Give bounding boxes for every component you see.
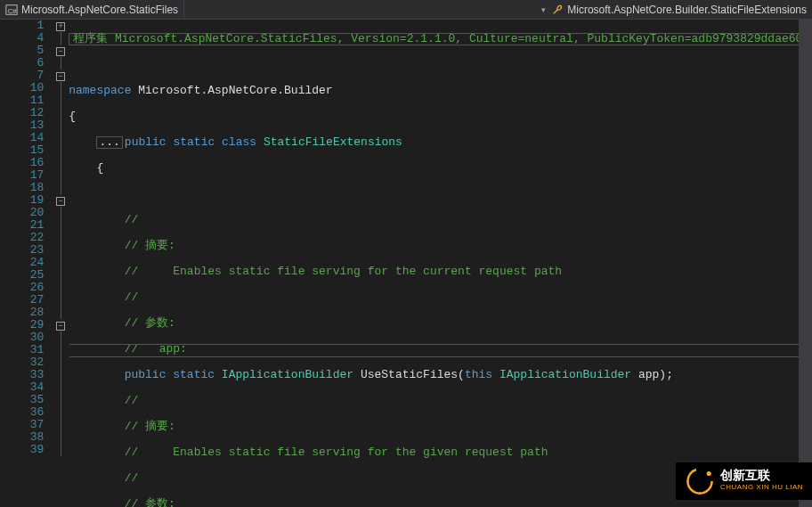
fold-marker[interactable]	[53, 394, 69, 406]
fold-marker[interactable]: −	[53, 70, 69, 82]
nav-member-label: Microsoft.AspNetCore.Builder.StaticFileE…	[567, 4, 807, 16]
fold-marker[interactable]	[53, 132, 69, 144]
fold-marker[interactable]	[53, 182, 69, 194]
fold-marker[interactable]: −	[53, 319, 69, 331]
line-number: 35	[0, 394, 44, 406]
fold-marker[interactable]	[53, 294, 69, 307]
csharp-file-icon: C#	[5, 4, 18, 16]
fold-marker[interactable]	[53, 406, 69, 419]
line-number: 11	[0, 94, 44, 107]
line-number: 4	[0, 32, 44, 45]
line-number: 33	[0, 369, 44, 381]
fold-marker[interactable]	[53, 307, 69, 319]
fold-marker[interactable]	[53, 331, 69, 344]
fold-marker[interactable]	[53, 444, 69, 456]
line-number: 7	[0, 70, 44, 82]
nav-member[interactable]: Microsoft.AspNetCore.Builder.StaticFileE…	[546, 0, 812, 19]
fold-marker[interactable]	[53, 269, 69, 282]
line-number: 39	[0, 444, 44, 456]
code-editor[interactable]: 1456710111213141516171819202122232425262…	[0, 20, 812, 507]
fold-marker[interactable]	[53, 282, 69, 294]
fold-marker[interactable]	[53, 157, 69, 169]
code-content[interactable]: 程序集 Microsoft.AspNetCore.StaticFiles, Ve…	[69, 20, 812, 507]
fold-marker[interactable]	[53, 207, 69, 219]
fold-marker[interactable]	[53, 219, 69, 232]
line-number: 28	[0, 307, 44, 319]
watermark-sub: CHUANG XIN HU LIAN	[720, 481, 803, 494]
line-number: 21	[0, 219, 44, 232]
line-number: 15	[0, 144, 44, 157]
line-number: 5	[0, 45, 44, 57]
fold-marker[interactable]: −	[53, 194, 69, 207]
line-number: 18	[0, 182, 44, 194]
line-number: 16	[0, 157, 44, 169]
fold-marker[interactable]	[53, 57, 69, 70]
line-number: 17	[0, 169, 44, 182]
line-number: 6	[0, 57, 44, 70]
fold-marker[interactable]	[53, 144, 69, 157]
fold-marker[interactable]: −	[53, 45, 69, 57]
line-number: 1	[0, 20, 44, 32]
nav-scope-label: Microsoft.AspNetCore.StaticFiles	[21, 4, 178, 16]
vertical-scrollbar[interactable]	[799, 20, 812, 507]
line-number: 22	[0, 232, 44, 244]
line-number: 24	[0, 257, 44, 269]
fold-marker[interactable]	[53, 82, 69, 94]
fold-gutter[interactable]: +−−−−	[53, 20, 69, 507]
line-number: 13	[0, 119, 44, 132]
fold-marker[interactable]	[53, 257, 69, 269]
line-number-gutter: 1456710111213141516171819202122232425262…	[0, 20, 53, 507]
fold-marker[interactable]	[53, 169, 69, 182]
line-number: 37	[0, 419, 44, 431]
line-number: 23	[0, 244, 44, 257]
svg-point-3	[707, 471, 711, 476]
wrench-icon	[551, 4, 564, 16]
line-number: 26	[0, 282, 44, 294]
assembly-info: 程序集 Microsoft.AspNetCore.StaticFiles, Ve…	[69, 33, 807, 45]
line-number: 34	[0, 381, 44, 394]
watermark-brand: 创新互联	[720, 468, 770, 482]
fold-marker[interactable]	[53, 94, 69, 107]
line-number: 30	[0, 331, 44, 344]
nav-scope[interactable]: C# Microsoft.AspNetCore.StaticFiles	[0, 0, 184, 19]
fold-marker[interactable]	[53, 419, 69, 431]
line-number: 25	[0, 269, 44, 282]
line-number: 29	[0, 319, 44, 331]
fold-marker[interactable]	[53, 232, 69, 244]
fold-marker[interactable]	[53, 107, 69, 119]
line-number: 20	[0, 207, 44, 219]
line-number: 27	[0, 294, 44, 307]
line-number: 14	[0, 132, 44, 144]
watermark-logo-icon	[685, 466, 715, 496]
fold-marker[interactable]	[53, 356, 69, 369]
navigation-bar: C# Microsoft.AspNetCore.StaticFiles ▾ Mi…	[0, 0, 812, 20]
line-number: 19	[0, 194, 44, 207]
line-number: 31	[0, 344, 44, 356]
line-number: 32	[0, 356, 44, 369]
fold-marker[interactable]	[53, 119, 69, 132]
line-number: 10	[0, 82, 44, 94]
fold-marker[interactable]	[53, 244, 69, 257]
fold-marker[interactable]	[53, 431, 69, 444]
fold-marker[interactable]	[53, 381, 69, 394]
svg-text:C#: C#	[8, 6, 18, 14]
fold-marker[interactable]	[53, 369, 69, 381]
fold-marker[interactable]	[53, 32, 69, 45]
line-number: 36	[0, 406, 44, 419]
collapsed-region-icon[interactable]: ...	[96, 136, 122, 149]
line-number: 12	[0, 107, 44, 119]
fold-marker[interactable]	[53, 344, 69, 356]
watermark: 创新互联 CHUANG XIN HU LIAN	[676, 462, 812, 500]
line-number: 38	[0, 431, 44, 444]
fold-marker[interactable]: +	[53, 20, 69, 32]
